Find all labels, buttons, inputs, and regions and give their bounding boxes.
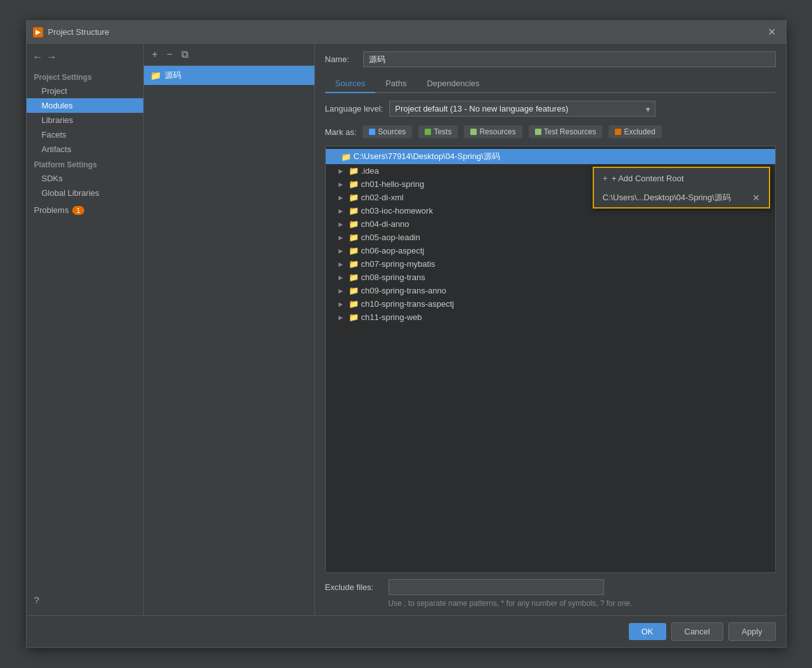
module-name: 源码 [165,70,181,81]
exclude-hint: Use ; to separate name patterns, * for a… [325,599,776,608]
item-arrow: ▶ [338,168,346,174]
popup-path-row: C:\Users\...Desktop\04-Spring\源码 ✕ [594,188,769,207]
add-module-button[interactable]: + [149,48,161,61]
popup-menu: + + Add Content Root C:\Users\...Desktop… [593,167,770,209]
main-content: + − ⧉ 📁 源码 Name: [144,44,786,615]
mark-sources-button[interactable]: Sources [363,125,412,138]
dialog-body: ← → Project Settings Project Modules Lib… [27,44,786,615]
tab-paths[interactable]: Paths [375,75,416,93]
project-settings-label: Project Settings [27,69,143,84]
file-tree[interactable]: ▼ 📁 C:\Users\77914\Desktop\04-Spring\源码 … [325,146,776,573]
module-item[interactable]: 📁 源码 [144,66,314,85]
app-icon: ▶ [33,27,43,37]
language-level-row: Language level: Project default (13 - No… [325,101,776,117]
cancel-button[interactable]: Cancel [671,622,723,641]
name-input[interactable] [363,51,776,67]
root-folder-icon: 📁 [341,152,351,162]
close-button[interactable]: ✕ [764,25,780,39]
tree-item[interactable]: ▶ 📁 ch09-spring-trans-anno [326,284,775,297]
language-level-select[interactable]: Project default (13 - No new language fe… [389,101,655,117]
dialog-footer: OK Cancel Apply [27,615,786,647]
language-level-wrapper: Project default (13 - No new language fe… [389,101,655,117]
mark-resources-button[interactable]: Resources [464,125,522,138]
sources-dot [369,129,375,135]
exclude-input[interactable] [389,579,604,595]
toolbar: + − ⧉ [144,44,314,66]
ok-button[interactable]: OK [629,623,666,640]
nav-arrows: ← → [27,49,143,69]
tabs-row: Sources Paths Dependencies [325,75,776,93]
add-content-root-item[interactable]: + + Add Content Root [594,168,769,188]
back-arrow[interactable]: ← [33,51,43,63]
tab-sources[interactable]: Sources [325,75,376,93]
sidebar-item-libraries[interactable]: Libraries [27,113,143,127]
tree-root-item[interactable]: ▼ 📁 C:\Users\77914\Desktop\04-Spring\源码 [326,149,775,164]
tree-item[interactable]: ▶ 📁 ch04-di-anno [326,217,775,231]
sidebar-item-facets[interactable]: Facets [27,127,143,142]
sidebar-item-problems[interactable]: Problems 1 [27,203,143,217]
sidebar-item-sdks[interactable]: SDKs [27,171,143,186]
exclude-row: Exclude files: [325,579,776,595]
help-button[interactable]: ? [27,589,143,610]
test-resources-dot [535,129,541,135]
tree-item[interactable]: ▶ 📁 ch08-spring-trans [326,271,775,284]
project-structure-dialog: ▶ Project Structure ✕ ← → Project Settin… [26,20,787,648]
sidebar-item-project[interactable]: Project [27,84,143,98]
tree-item[interactable]: ▶ 📁 ch11-spring-web [326,311,775,324]
right-panel: Name: Sources Paths Dependencies Languag… [315,44,786,615]
remove-module-button[interactable]: − [164,48,176,61]
tree-item[interactable]: ▶ 📁 ch05-aop-leadin [326,231,775,244]
root-arrow: ▼ [331,153,338,160]
plus-icon: + [603,173,608,183]
mark-as-label: Mark as: [325,127,357,137]
forward-arrow[interactable]: → [47,51,57,63]
sidebar-item-artifacts[interactable]: Artifacts [27,142,143,157]
mark-as-row: Mark as: Sources Tests Resources [325,125,776,138]
sidebar-item-global-libraries[interactable]: Global Libraries [27,186,143,200]
tests-dot [425,129,431,135]
apply-button[interactable]: Apply [728,622,776,641]
dialog-title: Project Structure [48,27,764,37]
root-path: C:\Users\77914\Desktop\04-Spring\源码 [354,151,500,162]
main-row: + − ⧉ 📁 源码 Name: [144,44,786,615]
sidebar-item-modules[interactable]: Modules [27,98,143,113]
mark-test-resources-button[interactable]: Test Resources [529,125,603,138]
name-row: Name: [325,51,776,67]
platform-settings-label: Platform Settings [27,157,143,171]
language-level-label: Language level: [325,104,383,113]
mark-excluded-button[interactable]: Excluded [609,125,661,138]
tree-item[interactable]: ▶ 📁 ch06-aop-aspectj [326,244,775,257]
module-list-area: + − ⧉ 📁 源码 [144,44,315,615]
resources-dot [470,129,477,135]
popup-path-text: C:\Users\...Desktop\04-Spring\源码 [603,192,731,203]
bottom-area: Exclude files: Use ; to separate name pa… [325,579,776,608]
module-folder-icon: 📁 [150,70,161,80]
sidebar: ← → Project Settings Project Modules Lib… [27,44,144,615]
exclude-label: Exclude files: [325,582,382,592]
popup-path-close[interactable]: ✕ [752,193,760,203]
title-bar: ▶ Project Structure ✕ [27,21,786,44]
problems-badge: 1 [72,206,84,215]
tree-item[interactable]: ▶ 📁 ch10-spring-trans-aspectj [326,297,775,311]
item-folder-icon: 📁 [349,166,359,176]
copy-module-button[interactable]: ⧉ [178,48,191,61]
tab-dependencies[interactable]: Dependencies [416,75,489,93]
tree-item[interactable]: ▶ 📁 ch07-spring-mybatis [326,257,775,271]
mark-tests-button[interactable]: Tests [418,125,458,138]
name-label: Name: [325,55,357,64]
excluded-dot [615,129,621,135]
